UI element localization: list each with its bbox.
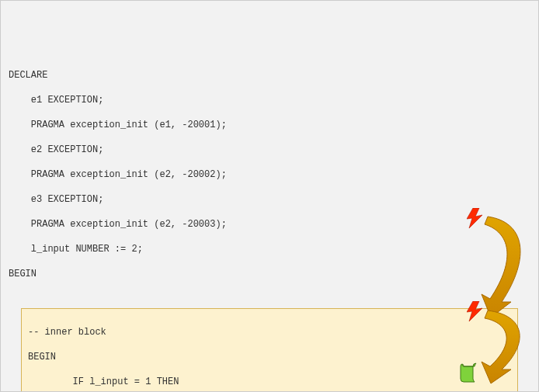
code-line: e3 EXCEPTION;	[9, 193, 530, 206]
code-line: e1 EXCEPTION;	[9, 94, 530, 106]
code-line: PRAGMA exception_init (e2, -20003);	[9, 218, 530, 231]
code-line: e2 EXCEPTION;	[9, 144, 530, 156]
code-line: DECLARE	[9, 69, 530, 82]
code-line: PRAGMA exception_init (e1, -20001);	[9, 119, 530, 131]
code-line: BEGIN	[9, 268, 530, 280]
code-line: BEGIN	[28, 351, 511, 363]
inner-code-block: -- inner block BEGIN IF l_input = 1 THEN…	[21, 308, 518, 392]
code-line: -- inner block	[28, 326, 511, 338]
code-line: l_input NUMBER := 2;	[9, 243, 530, 255]
code-line: IF l_input = 1 THEN	[28, 376, 511, 388]
outer-code-block: DECLARE e1 EXCEPTION; PRAGMA exception_i…	[9, 57, 530, 392]
code-line: PRAGMA exception_init (e2, -20002);	[9, 168, 530, 181]
